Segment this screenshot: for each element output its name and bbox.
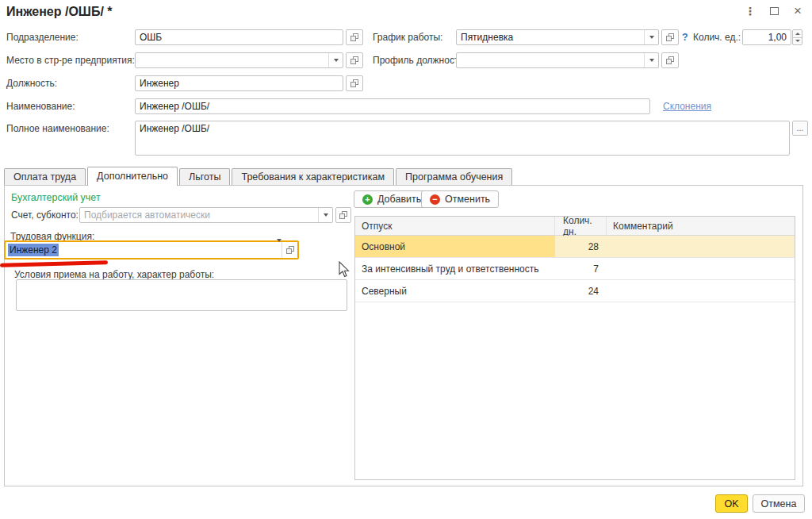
name-value: Инженер /ОШБ/ [136, 99, 649, 113]
days-cell: 28 [555, 236, 607, 257]
comment-cell [607, 280, 795, 302]
tab-oplata-truda[interactable]: Оплата труда [4, 168, 86, 186]
open-icon [286, 246, 294, 254]
add-vacation-button[interactable]: + Добавить [354, 190, 430, 208]
work-schedule-value: Пятидневка [457, 30, 644, 44]
units-count-input[interactable]: 1,00 [742, 29, 791, 45]
account-field[interactable]: Подбирается автоматически [79, 207, 333, 223]
full-name-textarea[interactable]: Инженер /ОШБ/ [135, 121, 790, 156]
work-schedule-label: График работы: [373, 29, 442, 45]
vacation-cell: Основной [355, 236, 555, 257]
open-icon [350, 33, 358, 41]
cancel-vacation-label: Отменить [445, 194, 490, 205]
chevron-down-icon[interactable] [318, 208, 332, 222]
position-profile-field[interactable] [456, 52, 659, 68]
structure-place-value [136, 53, 328, 67]
account-open-button[interactable] [335, 207, 351, 223]
table-row[interactable]: Основной 28 [355, 236, 795, 258]
open-icon [666, 56, 674, 64]
position-profile-open-button[interactable] [661, 52, 679, 68]
position-field[interactable]: Инженер [135, 75, 343, 91]
open-icon [350, 56, 358, 64]
name-label: Наименование: [6, 98, 75, 114]
help-icon[interactable]: ? [682, 29, 688, 45]
cancel-vacation-button[interactable]: − Отменить [421, 190, 499, 208]
labor-function-field[interactable]: Инженер 2 [4, 240, 299, 260]
units-count-label: Колич. ед.: [693, 29, 741, 45]
position-form-window: Инженер /ОШБ/ * ⋮ × Подразделение: ОШБ Г… [0, 0, 812, 519]
department-value: ОШБ [136, 30, 343, 44]
accounting-group-title: Бухгалтерский учет [11, 190, 101, 205]
structure-place-field[interactable] [135, 52, 343, 68]
days-cell: 24 [555, 280, 607, 302]
spinner-up-icon[interactable] [793, 30, 802, 38]
full-name-label: Полное наименование: [6, 121, 109, 136]
add-vacation-label: Добавить [377, 194, 421, 205]
days-cell: 7 [555, 258, 607, 279]
column-header-vacation[interactable]: Отпуск [355, 217, 555, 235]
position-profile-value [457, 53, 644, 67]
tab-lgoty[interactable]: Льготы [179, 168, 230, 186]
position-open-button[interactable] [346, 75, 363, 91]
maximize-icon[interactable] [766, 3, 782, 19]
spinner-down-icon[interactable] [793, 38, 802, 45]
declensions-link[interactable]: Склонения [663, 98, 711, 114]
position-label: Должность: [6, 75, 57, 91]
page-title: Инженер /ОШБ/ * [6, 5, 113, 19]
account-label: Счет, субконто: [11, 207, 79, 223]
name-field[interactable]: Инженер /ОШБ/ [135, 98, 650, 114]
department-open-button[interactable] [346, 29, 363, 45]
vacation-cell: За интенсивный труд и ответственность [355, 258, 555, 279]
vacation-table: Отпуск Колич. дн. Комментарий Основной 2… [354, 216, 795, 480]
open-icon [666, 33, 674, 41]
table-row[interactable]: За интенсивный труд и ответственность 7 [355, 258, 795, 280]
structure-place-open-button[interactable] [346, 52, 363, 68]
position-profile-label: Профиль должности: [373, 52, 466, 68]
comment-cell [607, 236, 795, 257]
remove-icon: − [430, 194, 440, 205]
mouse-cursor-icon [339, 261, 351, 279]
vacation-cell: Северный [355, 280, 555, 302]
department-field[interactable]: ОШБ [135, 29, 343, 45]
more-menu-icon[interactable]: ⋮ [742, 3, 758, 19]
add-icon: + [362, 194, 373, 205]
ok-button[interactable]: OK [715, 494, 748, 513]
tab-programma-obucheniya[interactable]: Программа обучения [396, 168, 512, 186]
chevron-down-icon[interactable] [644, 30, 658, 44]
comment-cell [607, 258, 795, 279]
cancel-button[interactable]: Отмена [753, 494, 805, 513]
account-placeholder: Подбирается автоматически [80, 208, 318, 222]
units-count-stepper[interactable] [792, 29, 802, 45]
column-header-days[interactable]: Колич. дн. [555, 217, 607, 235]
tab-bar: Оплата труда Дополнительно Льготы Требов… [4, 167, 514, 186]
position-value: Инженер [136, 76, 343, 90]
labor-function-open-button[interactable] [282, 242, 297, 258]
work-schedule-open-button[interactable] [661, 29, 679, 45]
structure-place-label: Место в стр-ре предприятия: [6, 52, 135, 68]
work-schedule-field[interactable]: Пятидневка [456, 29, 659, 45]
full-name-more-button[interactable]: ... [792, 121, 808, 136]
open-icon [339, 211, 347, 219]
employment-terms-textarea[interactable] [16, 279, 347, 311]
close-icon[interactable]: × [790, 3, 806, 19]
vacation-table-header: Отпуск Колич. дн. Комментарий [355, 217, 795, 236]
chevron-down-icon[interactable] [328, 53, 343, 67]
open-icon [350, 79, 358, 87]
chevron-down-icon[interactable] [644, 53, 658, 67]
column-header-comment[interactable]: Комментарий [607, 217, 795, 235]
table-row[interactable]: Северный 24 [355, 280, 795, 302]
tab-trebovaniya[interactable]: Требования к характеристикам [232, 168, 394, 186]
labor-function-value: Инженер 2 [8, 244, 59, 256]
tab-dopolnitelno[interactable]: Дополнительно [87, 167, 178, 186]
department-label: Подразделение: [6, 29, 79, 45]
